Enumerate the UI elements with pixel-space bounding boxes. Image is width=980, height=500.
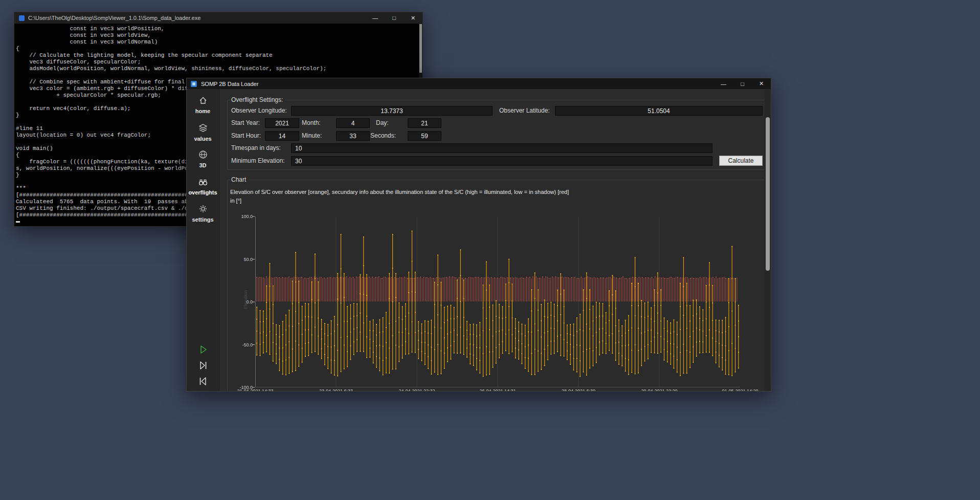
skip-next-icon (197, 360, 209, 371)
playback-skip-previous-button[interactable] (187, 376, 219, 389)
sidebar-item-home-label: home (187, 108, 219, 114)
start-hour-input[interactable] (265, 131, 299, 141)
console-window-title: C:\Users\TheOlg\Desktop\SompViewer_1.0.1… (28, 15, 201, 21)
console-scrollbar-thumb[interactable] (419, 24, 422, 73)
seconds-input[interactable] (408, 131, 441, 141)
x-tick-label: 21-04-2021 14:33 (237, 388, 273, 391)
start-hour-label: Start Hour: (231, 131, 261, 141)
calculate-button[interactable]: Calculate (719, 156, 763, 166)
y-tick-label: 100.0 (230, 214, 253, 219)
start-year-label: Start Year: (231, 118, 260, 128)
console-window-controls: — □ ✕ (366, 12, 422, 24)
content-scrollbar-thumb[interactable] (766, 117, 770, 271)
start-year-input[interactable] (265, 118, 299, 128)
values-layers-icon (198, 123, 208, 133)
day-label: Day: (376, 118, 389, 128)
sidebar-item-overflights-label: overflights (187, 189, 219, 195)
seconds-label: Seconds: (370, 131, 396, 141)
console-cursor (16, 221, 20, 223)
playback-play-button[interactable] (187, 344, 219, 357)
x-tick-label: 23-04-2021 6:33 (319, 388, 353, 391)
content-scrollbar[interactable] (765, 89, 771, 391)
playback-skip-next-button[interactable] (187, 360, 219, 373)
overflight-settings-title: Overflight Settings: (230, 96, 285, 103)
app-icon (191, 81, 197, 87)
app-close-button[interactable]: ✕ (752, 78, 771, 89)
sidebar-item-overflights[interactable]: overflights (187, 177, 219, 195)
sidebar-item-values[interactable]: values (187, 123, 219, 142)
skip-previous-icon (197, 376, 209, 387)
app-minimize-button[interactable]: — (714, 78, 733, 89)
sidebar-item-3d[interactable]: 3D (187, 150, 219, 168)
observer-longitude-input[interactable] (291, 106, 493, 116)
sidebar-item-3d-label: 3D (187, 162, 219, 168)
x-tick-label: 26-04-2021 14:31 (479, 388, 516, 391)
console-close-button[interactable]: ✕ (404, 12, 422, 24)
app-content: Overflight Settings: Observer Longitude:… (219, 89, 771, 391)
gear-settings-icon (198, 204, 208, 213)
play-icon (197, 344, 209, 355)
minute-label: Minute: (302, 131, 322, 141)
y-tick-label: 50.0 (230, 257, 253, 262)
sidebar-item-settings[interactable]: settings (187, 204, 219, 223)
app-window-controls: — □ ✕ (714, 78, 771, 89)
observer-latitude-input[interactable] (555, 106, 763, 116)
overflight-settings-group: Overflight Settings: Observer Longitude:… (227, 100, 766, 170)
app-window: SOMP 2B Data Loader — □ ✕ home values (186, 78, 771, 392)
sidebar: home values 3D overflights (187, 89, 219, 391)
chart-group-title: Chart (230, 176, 249, 183)
observer-longitude-label: Observer Longitude: (231, 106, 287, 116)
minimum-elevation-label: Minimum Elevation: (231, 156, 285, 166)
chart-group: Chart Elevation of S/C over observer [or… (227, 180, 766, 391)
x-tick-label: 01-05-2021 14:29 (722, 388, 758, 391)
x-tick-label: 24-04-2021 22:32 (398, 388, 435, 391)
console-minimize-button[interactable]: — (366, 12, 385, 24)
minimum-elevation-input[interactable] (291, 156, 712, 166)
timespan-input[interactable] (291, 143, 712, 153)
chart-unit-label: in [°] (230, 198, 241, 204)
app-titlebar[interactable]: SOMP 2B Data Loader — □ ✕ (187, 78, 771, 89)
binoculars-overflights-icon (198, 177, 208, 186)
sidebar-item-values-label: values (187, 136, 219, 142)
elevation-chart-svg (255, 216, 740, 387)
sidebar-item-home[interactable]: home (187, 96, 219, 114)
app-window-title: SOMP 2B Data Loader (201, 81, 258, 87)
minute-input[interactable] (336, 131, 370, 141)
sidebar-item-settings-label: settings (187, 216, 219, 223)
x-tick-label: 28-04-2021 6:30 (562, 388, 595, 391)
timespan-label: Timespan in days: (231, 143, 281, 153)
console-maximize-button[interactable]: □ (385, 12, 404, 24)
month-input[interactable] (336, 118, 370, 128)
y-tick-label: 0.0 (230, 299, 253, 305)
globe-3d-icon (198, 150, 208, 159)
chart-description: Elevation of S/C over observer [orange],… (230, 189, 569, 195)
month-label: Month: (302, 118, 321, 128)
day-input[interactable] (408, 118, 441, 128)
console-app-icon (19, 15, 25, 21)
home-icon (198, 96, 208, 105)
y-tick-label: -50.0 (230, 342, 253, 347)
observer-latitude-label: Observer Latitude: (499, 106, 550, 116)
console-titlebar[interactable]: C:\Users\TheOlg\Desktop\SompViewer_1.0.1… (14, 12, 422, 24)
app-maximize-button[interactable]: □ (733, 78, 752, 89)
x-tick-label: 29-04-2021 22:29 (641, 388, 677, 391)
